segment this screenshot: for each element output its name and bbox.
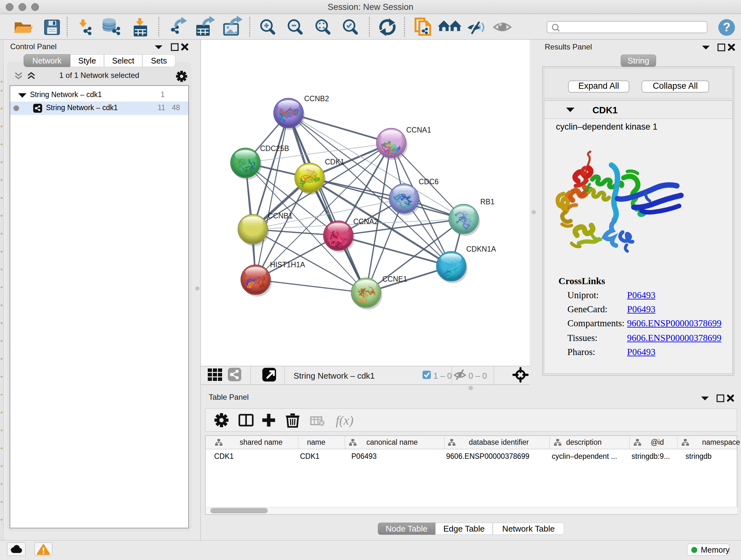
svg-text:CDC6: CDC6 (419, 178, 439, 186)
svg-text:f(x): f(x) (336, 413, 354, 428)
svg-text:CDK1: CDK1 (325, 158, 344, 166)
svg-text:CCNA2: CCNA2 (353, 217, 378, 226)
svg-text:CDKN1A: CDKN1A (466, 245, 496, 253)
svg-text:CDC25B: CDC25B (260, 144, 289, 152)
svg-text:HIST1H1A: HIST1H1A (270, 260, 306, 269)
svg-text:CCNA1: CCNA1 (406, 126, 431, 134)
svg-text:CCNB2: CCNB2 (304, 95, 329, 103)
svg-text:CCNE1: CCNE1 (382, 275, 407, 283)
svg-text:RB1: RB1 (480, 198, 495, 206)
svg-text:CCNB1: CCNB1 (268, 212, 293, 220)
